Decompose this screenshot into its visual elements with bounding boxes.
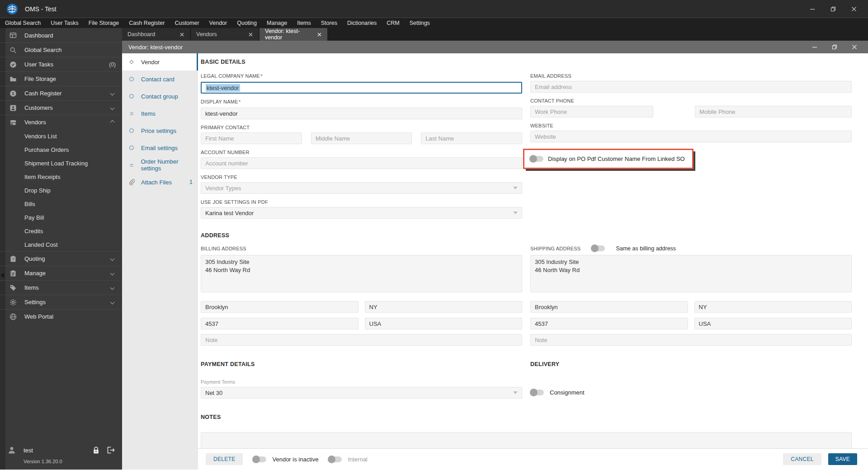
menu-item-customer[interactable]: Customer <box>170 20 204 26</box>
chevron-up-icon <box>110 120 115 125</box>
tag-icon <box>9 284 17 292</box>
billing-city-input[interactable] <box>201 301 359 313</box>
form-nav-attach-files[interactable]: Attach Files 1 <box>122 174 198 191</box>
billing-note-input[interactable] <box>201 334 522 346</box>
sidebar-item-file-storage[interactable]: File Storage <box>0 71 122 86</box>
menu-item-file-storage[interactable]: File Storage <box>84 20 124 26</box>
window-close-button[interactable] <box>844 0 864 18</box>
sidebar-item-user-tasks[interactable]: User Tasks (0) <box>0 57 122 71</box>
vendor-inactive-toggle[interactable] <box>253 456 266 462</box>
sidebar-item-quoting[interactable]: ? Quoting <box>0 251 122 266</box>
sidebar-item-manage[interactable]: Manage <box>0 266 122 280</box>
inner-minimize-button[interactable] <box>805 41 825 53</box>
lock-icon[interactable] <box>93 446 99 454</box>
sidebar-item-drop-ship[interactable]: Drop Ship <box>0 183 122 197</box>
menu-item-manage[interactable]: Manage <box>262 20 292 26</box>
form-nav-price-settings[interactable]: Price settings <box>122 122 198 139</box>
po-pdf-toggle[interactable] <box>530 156 543 162</box>
sidebar-item-vendors-list[interactable]: Vendors List <box>0 129 122 143</box>
billing-address-textarea[interactable]: 305 Industry Site 46 North Way Rd <box>201 255 522 292</box>
consignment-toggle[interactable] <box>530 390 544 395</box>
sidebar-item-settings[interactable]: Settings <box>0 295 122 309</box>
sidebar-item-shipment-load-tracking[interactable]: Shipment Load Tracking <box>0 156 122 170</box>
website-input[interactable] <box>530 131 852 142</box>
tab-close-icon[interactable] <box>316 31 323 38</box>
form-nav-contact-card[interactable]: Contact card <box>122 70 198 88</box>
tab-dashboard[interactable]: Dashboard <box>122 28 190 41</box>
vendor-inactive-label: Vendor is inactive <box>272 456 318 463</box>
email-address-input[interactable] <box>530 81 852 93</box>
manage-icon <box>9 269 17 277</box>
menu-item-user-tasks[interactable]: User Tasks <box>46 20 84 26</box>
sidebar-collapse-arrow[interactable] <box>0 273 4 278</box>
tab-close-icon[interactable] <box>178 31 185 38</box>
internal-toggle[interactable] <box>328 456 342 462</box>
billing-country-input[interactable] <box>365 318 523 329</box>
menu-item-stores[interactable]: Stores <box>316 20 342 26</box>
menu-item-cash-register[interactable]: Cash Register <box>124 20 170 26</box>
sidebar-item-vendors[interactable]: Vendors <box>0 115 122 129</box>
inner-close-button[interactable] <box>844 41 864 53</box>
sidebar-item-purchase-orders[interactable]: Purchase Orders <box>0 143 122 156</box>
sidebar-item-credits[interactable]: Credits <box>0 224 122 238</box>
menu-item-settings[interactable]: Settings <box>405 20 435 26</box>
vendor-type-select[interactable]: Vendor Types <box>201 182 522 194</box>
first-name-input[interactable] <box>201 132 302 144</box>
account-number-input[interactable] <box>201 157 522 169</box>
sidebar-item-item-receipts[interactable]: Item Receipts <box>0 170 122 183</box>
menu-item-quoting[interactable]: Quoting <box>232 20 262 26</box>
search-icon <box>9 46 17 54</box>
sidebar-item-landed-cost[interactable]: Landed Cost <box>0 238 122 251</box>
form-nav-email-settings[interactable]: Email settings <box>122 139 198 156</box>
legal-company-name-input[interactable]: ktest-vendor <box>201 82 522 94</box>
mobile-phone-input[interactable] <box>695 106 852 118</box>
sidebar-item-pay-bill[interactable]: Pay Bill <box>0 211 122 224</box>
sidebar-item-global-search[interactable]: Global Search <box>0 42 122 57</box>
last-name-input[interactable] <box>421 132 522 144</box>
po-pdf-toggle-label: Display on PO Pdf Customer Name From Lin… <box>548 155 685 162</box>
inner-restore-button[interactable] <box>825 41 844 53</box>
menu-item-items[interactable]: Items <box>292 20 316 26</box>
display-name-input[interactable] <box>201 108 522 119</box>
shipping-note-input[interactable] <box>530 334 852 346</box>
shipping-state-input[interactable] <box>694 301 852 313</box>
form-nav-order-number-settings[interactable]: = Order Number settings <box>122 156 198 174</box>
billing-state-input[interactable] <box>365 301 523 313</box>
gear-icon <box>9 298 17 306</box>
window-restore-button[interactable] <box>823 0 844 18</box>
sidebar-item-dashboard[interactable]: Dashboard <box>0 28 122 42</box>
form-nav-vendor[interactable]: Vendor <box>122 53 198 70</box>
menu-item-dictionaries[interactable]: Dictionaries <box>342 20 382 26</box>
form-nav-contact-group[interactable]: Contact group <box>122 88 198 105</box>
menu-item-global-search[interactable]: Global Search <box>0 20 46 26</box>
cancel-button[interactable]: CANCEL <box>783 453 821 465</box>
tab-vendor-ktest-vendor[interactable]: Vendor: ktest-vendor <box>259 28 327 41</box>
middle-name-input[interactable] <box>311 132 412 144</box>
save-button[interactable]: SAVE <box>828 453 857 465</box>
shipping-country-input[interactable] <box>694 318 852 329</box>
menu-item-vendor[interactable]: Vendor <box>204 20 232 26</box>
joe-settings-select[interactable]: Karina test Vendor <box>201 207 522 219</box>
shipping-address-textarea[interactable]: 305 Industry Site 46 North Way Rd <box>530 255 852 292</box>
payment-terms-select[interactable]: Net 30 <box>201 387 522 399</box>
form-nav-items[interactable]: = Items <box>122 105 198 122</box>
same-as-billing-toggle[interactable] <box>591 245 605 251</box>
notes-input[interactable] <box>201 432 852 448</box>
sidebar-item-items[interactable]: Items <box>0 280 122 295</box>
shipping-zip-input[interactable] <box>530 318 688 329</box>
tab-vendors[interactable]: Vendors <box>191 28 259 41</box>
app-logo-icon <box>6 3 18 15</box>
menu-item-crm[interactable]: CRM <box>382 20 404 26</box>
sidebar-item-bills[interactable]: Bills <box>0 197 122 211</box>
sidebar-item-web-portal[interactable]: Web Portal <box>0 309 122 324</box>
billing-zip-input[interactable] <box>201 318 359 329</box>
sidebar-item-customers[interactable]: Customers <box>0 100 122 115</box>
menu-bar: Global Search User Tasks File Storage Ca… <box>0 18 868 28</box>
work-phone-input[interactable] <box>530 106 653 118</box>
tab-close-icon[interactable] <box>247 31 254 38</box>
sidebar-item-cash-register[interactable]: $ Cash Register <box>0 86 122 100</box>
logout-icon[interactable] <box>107 446 115 454</box>
shipping-city-input[interactable] <box>530 301 688 313</box>
window-minimize-button[interactable] <box>802 0 823 18</box>
delete-button[interactable]: DELETE <box>206 453 243 465</box>
